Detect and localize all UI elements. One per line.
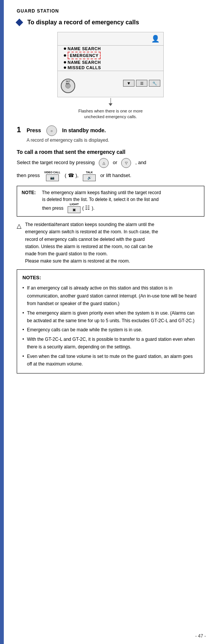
- standby-button[interactable]: ○: [46, 125, 57, 136]
- call-room-and: , and: [135, 160, 146, 166]
- step-action: Press: [27, 127, 41, 133]
- warning-line6: Please make sure the alarm is restored a…: [25, 258, 130, 264]
- person-icon: 👤: [151, 35, 160, 43]
- menu-label-4: MISSED CALLS: [68, 65, 101, 70]
- video-call-btn-container: VIDEO CALL 📷: [44, 170, 60, 181]
- paren-close: ),: [76, 172, 79, 180]
- call-room-or: or: [113, 160, 117, 166]
- caption-arrow: [109, 103, 112, 106]
- diamond-icon: [16, 19, 23, 26]
- notes-item-1: If an emergency call is already active o…: [22, 284, 199, 307]
- left-bar: [0, 0, 4, 644]
- warning-text: The residential/tenant station keeps sou…: [25, 221, 158, 265]
- step-mode-text: In standby mode.: [62, 127, 106, 133]
- call-room-instruction: Select the target record by pressing: [17, 160, 95, 166]
- menu-label-1: NAME SEARCH: [68, 46, 101, 51]
- or-lift-text: or lift handset.: [100, 172, 131, 180]
- device-top-row: 👤: [58, 35, 163, 44]
- note-line1: The emergency alarm keeps flashing until…: [42, 190, 161, 195]
- caption-line: [111, 98, 111, 103]
- menu-dot-2: [64, 54, 66, 57]
- warning-line3: record of emergency calls cannot be dele…: [25, 237, 145, 242]
- step-1-row: 1 Press ○ In standby mode.: [17, 125, 204, 136]
- menu-item-4: MISSED CALLS: [64, 65, 163, 70]
- call-room-title: To call a room that sent the emergency c…: [17, 149, 204, 155]
- video-call-label: VIDEO CALL: [44, 170, 60, 174]
- menu-item-2: EMERGENCY: [64, 52, 163, 59]
- note-grid-icon: ☷: [85, 204, 90, 212]
- header-label: GUARD STATION: [17, 8, 59, 14]
- warning-section: △ The residential/tenant station keeps s…: [17, 221, 204, 265]
- scroll-up-btn[interactable]: △: [99, 158, 109, 168]
- menu-label-emergency: EMERGENCY: [70, 53, 98, 58]
- menu-list: NAME SEARCH EMERGENCY NAME SEARCH MISSED…: [58, 46, 163, 70]
- divider2: [58, 71, 163, 71]
- note-line3-row: then press LIGHT ▣ ( ☷ ).: [42, 203, 199, 213]
- then-press-note: then press: [42, 205, 63, 212]
- device-diagram: 👤 NAME SEARCH EMERGENCY NAME SEARCH: [17, 32, 204, 120]
- call-room-section: To call a room that sent the emergency c…: [17, 149, 204, 181]
- note-paren-open: (: [82, 205, 84, 212]
- page-number: - 47 -: [195, 633, 206, 639]
- device-controls-row: SETINT. ▼ ☰ 🔧: [58, 72, 163, 95]
- warning-row: △ The residential/tenant station keeps s…: [17, 221, 204, 265]
- phone-icon: ☎: [68, 172, 74, 180]
- warning-icon: △: [17, 221, 21, 231]
- menu-item-3: NAME SEARCH: [64, 60, 163, 65]
- device-box: 👤 NAME SEARCH EMERGENCY NAME SEARCH: [57, 32, 164, 97]
- step-number: 1: [17, 125, 24, 134]
- rotary-knob: SETINT.: [61, 79, 75, 93]
- scroll-down-btn[interactable]: ▽: [121, 158, 131, 168]
- call-room-text2: then press VIDEO CALL 📷 ( ☎ ), TALK 🔊 or…: [17, 170, 204, 181]
- warning-line4: station. Unless the alarm is restored at…: [25, 244, 153, 249]
- step-content: Press ○ In standby mode.: [27, 125, 106, 136]
- knob-top-label: SETINT.: [66, 80, 70, 85]
- note-line2: is deleted from the list. To delete it, …: [42, 197, 159, 202]
- btn-menu: ▼: [123, 80, 134, 87]
- talk-btn[interactable]: 🔊: [83, 174, 96, 181]
- rotary-container: SETINT.: [61, 79, 75, 93]
- page-header: GUARD STATION: [17, 8, 204, 14]
- divider: [58, 45, 163, 46]
- talk-btn-label: TALK: [86, 170, 93, 174]
- notes-item-3: Emergency calls can be made while the sy…: [22, 326, 199, 334]
- notes-box: NOTES: If an emergency call is already a…: [17, 269, 204, 373]
- page: GUARD STATION To display a record of eme…: [0, 0, 215, 644]
- note-box: NOTE: The emergency alarm keeps flashing…: [17, 186, 204, 217]
- menu-emergency-box: EMERGENCY: [68, 52, 101, 59]
- menu-label-3: NAME SEARCH: [68, 60, 101, 65]
- warning-line2: emergency alarm switch is restored at th…: [25, 229, 158, 234]
- btn-wrench: 🔧: [149, 80, 160, 87]
- paren-open: (: [65, 172, 66, 180]
- note-title: NOTE:: [22, 189, 41, 196]
- device-buttons-right: ▼ ☰ 🔧: [77, 80, 160, 87]
- caption-arrow-container: [109, 98, 112, 106]
- call-room-text: Select the target record by pressing △ o…: [17, 158, 204, 168]
- menu-dot-1: [64, 47, 66, 50]
- talk-btn-container: TALK 🔊: [83, 170, 96, 181]
- notes-list: If an emergency call is already active o…: [22, 284, 199, 368]
- notes-title: NOTES:: [22, 274, 199, 282]
- light-label: LIGHT: [70, 203, 79, 206]
- menu-dot-3: [64, 61, 66, 63]
- video-call-btn[interactable]: 📷: [46, 174, 59, 181]
- note-paren-close: ).: [92, 205, 94, 212]
- menu-dot-4: [64, 66, 66, 69]
- notes-item-5: Even when the call tone volume is set to…: [22, 353, 199, 368]
- notes-item-4: With the GT-2C-L and GT-2C, it is possib…: [22, 335, 199, 351]
- btn-list-icon: ☰: [136, 80, 147, 87]
- btn-list: ☰: [136, 80, 147, 87]
- section-title-text: To display a record of emergency calls: [27, 19, 139, 26]
- section-title: To display a record of emergency calls: [17, 19, 204, 26]
- light-btn-container: LIGHT ▣: [68, 203, 81, 213]
- button-group: ▼: [123, 80, 134, 87]
- then-press-label: then press: [17, 172, 40, 180]
- menu-item-1: NAME SEARCH: [64, 46, 163, 51]
- notes-item-2: The emergency alarm is given priority ev…: [22, 309, 199, 325]
- warning-line1: The residential/tenant station keeps sou…: [25, 222, 154, 227]
- step-sub: A record of emergency calls is displayed…: [27, 138, 204, 143]
- btn-wrench-icon: 🔧: [149, 80, 160, 87]
- light-btn[interactable]: ▣: [68, 206, 81, 213]
- caption-text: Flashes when there is one or moreuncheck…: [78, 108, 142, 120]
- warning-line5: made from the guard station to the room.: [25, 251, 108, 256]
